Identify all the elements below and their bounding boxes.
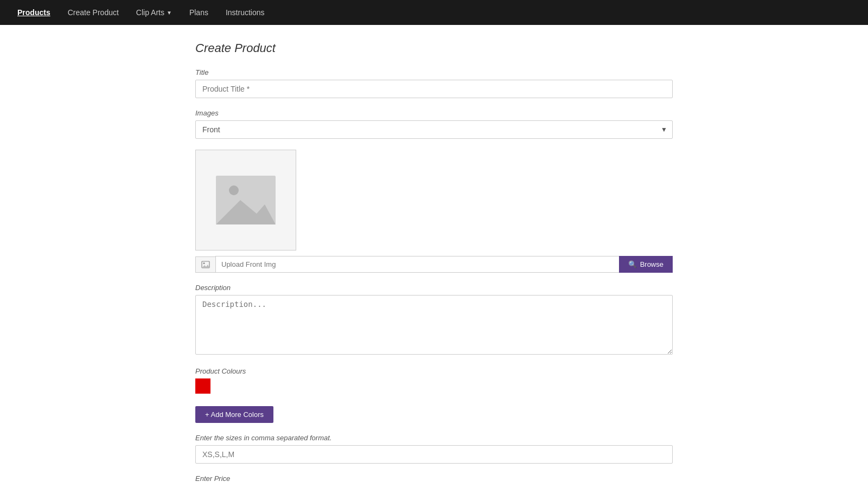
file-input-row: 🔍 Browse: [195, 256, 673, 273]
product-colours-group: Product Colours + Add More Colors: [195, 367, 673, 423]
price-group: Enter Price: [195, 474, 673, 483]
colour-swatch-red[interactable]: [195, 378, 210, 394]
nav-label-clip-arts: Clip Arts: [136, 8, 164, 17]
file-input-icon-addon: [195, 256, 215, 273]
price-label: Enter Price: [195, 474, 673, 483]
browse-button[interactable]: 🔍 Browse: [619, 256, 673, 273]
add-colors-label: + Add More Colors: [205, 410, 264, 419]
image-icon: [201, 261, 210, 268]
image-preview-group: 🔍 Browse: [195, 150, 673, 273]
image-preview-box: [195, 150, 296, 251]
images-group: Images Front ▼: [195, 109, 673, 139]
product-colours-label: Product Colours: [195, 367, 673, 375]
title-label: Title: [195, 68, 673, 76]
search-icon: 🔍: [628, 260, 637, 268]
title-group: Title: [195, 68, 673, 98]
nav-item-create-product[interactable]: Create Product: [59, 2, 127, 23]
nav-label-plans: Plans: [189, 8, 208, 17]
image-placeholder-icon: [213, 173, 278, 227]
sizes-input[interactable]: [195, 445, 673, 464]
svg-marker-5: [202, 265, 209, 268]
sizes-label: Enter the sizes in comma separated forma…: [195, 434, 673, 442]
nav-label-create-product: Create Product: [68, 8, 119, 17]
colour-swatches: [195, 378, 673, 401]
nav-item-products[interactable]: Products: [9, 2, 59, 23]
images-select[interactable]: Front: [195, 120, 673, 139]
nav-label-products: Products: [17, 8, 50, 17]
description-label: Description: [195, 284, 673, 292]
browse-label: Browse: [640, 260, 663, 268]
file-name-input[interactable]: [215, 256, 619, 273]
title-input[interactable]: [195, 80, 673, 98]
navbar: Products Create Product Clip Arts ▼ Plan…: [0, 0, 868, 25]
images-select-wrapper: Front ▼: [195, 120, 673, 139]
svg-point-1: [229, 185, 239, 195]
svg-point-4: [203, 262, 205, 264]
nav-item-instructions[interactable]: Instructions: [217, 2, 273, 23]
nav-label-instructions: Instructions: [226, 8, 265, 17]
images-label: Images: [195, 109, 673, 117]
description-textarea[interactable]: [195, 295, 673, 355]
nav-item-clip-arts[interactable]: Clip Arts ▼: [127, 2, 181, 23]
main-content: Create Product Title Images Front ▼: [163, 25, 705, 488]
sizes-group: Enter the sizes in comma separated forma…: [195, 434, 673, 464]
page-title: Create Product: [195, 41, 673, 55]
nav-item-plans[interactable]: Plans: [181, 2, 217, 23]
chevron-down-icon: ▼: [167, 10, 172, 16]
add-more-colors-button[interactable]: + Add More Colors: [195, 406, 273, 423]
description-group: Description: [195, 284, 673, 356]
